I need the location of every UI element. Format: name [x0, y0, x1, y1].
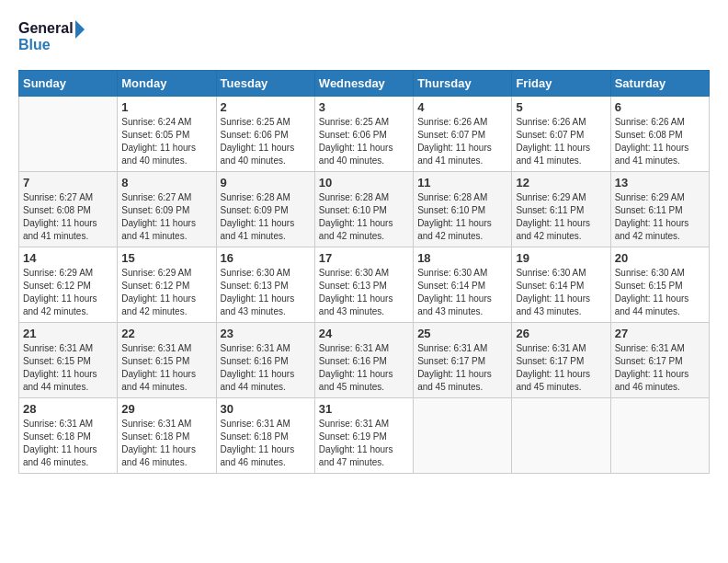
day-info: Sunrise: 6:31 AM Sunset: 6:17 PM Dayligh… — [516, 342, 606, 394]
day-info: Sunrise: 6:30 AM Sunset: 6:14 PM Dayligh… — [516, 267, 606, 318]
weekday-header: Tuesday — [216, 71, 314, 97]
calendar-week-row: 14Sunrise: 6:29 AM Sunset: 6:12 PM Dayli… — [19, 247, 710, 323]
weekday-header: Friday — [512, 71, 610, 97]
day-number: 28 — [23, 402, 113, 416]
weekday-header: Monday — [118, 71, 216, 97]
day-info: Sunrise: 6:26 AM Sunset: 6:07 PM Dayligh… — [417, 116, 507, 167]
calendar-cell: 14Sunrise: 6:29 AM Sunset: 6:12 PM Dayli… — [19, 247, 118, 323]
calendar-cell: 11Sunrise: 6:28 AM Sunset: 6:10 PM Dayli… — [414, 172, 512, 247]
weekday-header: Sunday — [19, 71, 118, 97]
day-number: 4 — [417, 100, 507, 114]
calendar-cell — [414, 398, 512, 474]
day-number: 12 — [516, 176, 606, 190]
calendar-cell: 23Sunrise: 6:31 AM Sunset: 6:16 PM Dayli… — [216, 323, 314, 398]
day-info: Sunrise: 6:30 AM Sunset: 6:13 PM Dayligh… — [221, 267, 311, 318]
calendar-cell: 18Sunrise: 6:30 AM Sunset: 6:14 PM Dayli… — [414, 247, 512, 323]
calendar-cell: 10Sunrise: 6:28 AM Sunset: 6:10 PM Dayli… — [314, 172, 413, 247]
day-info: Sunrise: 6:31 AM Sunset: 6:18 PM Dayligh… — [121, 418, 211, 469]
day-info: Sunrise: 6:26 AM Sunset: 6:07 PM Dayligh… — [516, 116, 606, 167]
calendar-cell: 24Sunrise: 6:31 AM Sunset: 6:16 PM Dayli… — [314, 323, 413, 398]
day-info: Sunrise: 6:31 AM Sunset: 6:16 PM Dayligh… — [221, 342, 311, 394]
calendar-cell: 3Sunrise: 6:25 AM Sunset: 6:06 PM Daylig… — [314, 97, 413, 172]
calendar-cell: 30Sunrise: 6:31 AM Sunset: 6:18 PM Dayli… — [216, 398, 314, 474]
day-number: 25 — [417, 327, 507, 340]
day-number: 3 — [319, 100, 409, 114]
day-number: 2 — [221, 100, 311, 114]
day-info: Sunrise: 6:24 AM Sunset: 6:05 PM Dayligh… — [121, 116, 211, 167]
calendar-cell: 2Sunrise: 6:25 AM Sunset: 6:06 PM Daylig… — [216, 97, 314, 172]
calendar-cell: 1Sunrise: 6:24 AM Sunset: 6:05 PM Daylig… — [118, 97, 216, 172]
page-header: GeneralBlue — [18, 18, 710, 55]
day-number: 24 — [319, 327, 409, 340]
day-info: Sunrise: 6:29 AM Sunset: 6:12 PM Dayligh… — [23, 267, 113, 318]
day-number: 5 — [516, 100, 606, 114]
day-info: Sunrise: 6:29 AM Sunset: 6:11 PM Dayligh… — [516, 191, 606, 243]
day-number: 21 — [23, 327, 113, 340]
svg-text:Blue: Blue — [18, 37, 51, 52]
calendar-cell: 27Sunrise: 6:31 AM Sunset: 6:17 PM Dayli… — [610, 323, 709, 398]
calendar-cell: 16Sunrise: 6:30 AM Sunset: 6:13 PM Dayli… — [216, 247, 314, 323]
day-info: Sunrise: 6:28 AM Sunset: 6:10 PM Dayligh… — [319, 191, 409, 243]
calendar-week-row: 1Sunrise: 6:24 AM Sunset: 6:05 PM Daylig… — [19, 97, 710, 172]
calendar-cell: 17Sunrise: 6:30 AM Sunset: 6:13 PM Dayli… — [314, 247, 413, 323]
calendar-cell: 7Sunrise: 6:27 AM Sunset: 6:08 PM Daylig… — [19, 172, 118, 247]
day-info: Sunrise: 6:29 AM Sunset: 6:11 PM Dayligh… — [615, 191, 705, 243]
day-number: 31 — [319, 402, 409, 416]
calendar-cell: 28Sunrise: 6:31 AM Sunset: 6:18 PM Dayli… — [19, 398, 118, 474]
day-info: Sunrise: 6:31 AM Sunset: 6:18 PM Dayligh… — [221, 418, 311, 469]
day-info: Sunrise: 6:28 AM Sunset: 6:09 PM Dayligh… — [221, 191, 311, 243]
day-info: Sunrise: 6:30 AM Sunset: 6:14 PM Dayligh… — [417, 267, 507, 318]
calendar-cell: 8Sunrise: 6:27 AM Sunset: 6:09 PM Daylig… — [118, 172, 216, 247]
day-number: 10 — [319, 176, 409, 190]
calendar-week-row: 7Sunrise: 6:27 AM Sunset: 6:08 PM Daylig… — [19, 172, 710, 247]
day-info: Sunrise: 6:30 AM Sunset: 6:15 PM Dayligh… — [615, 267, 705, 318]
day-info: Sunrise: 6:29 AM Sunset: 6:12 PM Dayligh… — [121, 267, 211, 318]
calendar-week-row: 21Sunrise: 6:31 AM Sunset: 6:15 PM Dayli… — [19, 323, 710, 398]
day-info: Sunrise: 6:30 AM Sunset: 6:13 PM Dayligh… — [319, 267, 409, 318]
day-number: 20 — [615, 251, 705, 265]
svg-text:General: General — [18, 20, 74, 36]
calendar-cell — [512, 398, 610, 474]
day-info: Sunrise: 6:31 AM Sunset: 6:19 PM Dayligh… — [319, 418, 409, 469]
weekday-header: Wednesday — [314, 71, 413, 97]
day-info: Sunrise: 6:25 AM Sunset: 6:06 PM Dayligh… — [221, 116, 311, 167]
day-number: 22 — [121, 327, 211, 340]
day-info: Sunrise: 6:27 AM Sunset: 6:09 PM Dayligh… — [121, 191, 211, 243]
calendar-cell: 5Sunrise: 6:26 AM Sunset: 6:07 PM Daylig… — [512, 97, 610, 172]
day-number: 17 — [319, 251, 409, 265]
day-info: Sunrise: 6:27 AM Sunset: 6:08 PM Dayligh… — [23, 191, 113, 243]
day-info: Sunrise: 6:31 AM Sunset: 6:15 PM Dayligh… — [121, 342, 211, 394]
svg-marker-2 — [75, 20, 85, 39]
day-number: 29 — [121, 402, 211, 416]
calendar-body: 1Sunrise: 6:24 AM Sunset: 6:05 PM Daylig… — [19, 97, 710, 474]
calendar-table: SundayMondayTuesdayWednesdayThursdayFrid… — [18, 70, 710, 474]
day-number: 30 — [221, 402, 311, 416]
weekday-header: Saturday — [610, 71, 709, 97]
day-number: 8 — [121, 176, 211, 190]
day-number: 18 — [417, 251, 507, 265]
calendar-cell: 21Sunrise: 6:31 AM Sunset: 6:15 PM Dayli… — [19, 323, 118, 398]
day-info: Sunrise: 6:25 AM Sunset: 6:06 PM Dayligh… — [319, 116, 409, 167]
calendar-cell — [19, 97, 118, 172]
calendar-cell: 4Sunrise: 6:26 AM Sunset: 6:07 PM Daylig… — [414, 97, 512, 172]
calendar-cell: 26Sunrise: 6:31 AM Sunset: 6:17 PM Dayli… — [512, 323, 610, 398]
day-number: 27 — [615, 327, 705, 340]
calendar-cell: 22Sunrise: 6:31 AM Sunset: 6:15 PM Dayli… — [118, 323, 216, 398]
day-number: 15 — [121, 251, 211, 265]
day-number: 9 — [221, 176, 311, 190]
day-number: 11 — [417, 176, 507, 190]
day-number: 7 — [23, 176, 113, 190]
calendar-cell: 15Sunrise: 6:29 AM Sunset: 6:12 PM Dayli… — [118, 247, 216, 323]
day-number: 6 — [615, 100, 705, 114]
logo: GeneralBlue — [18, 18, 92, 55]
day-info: Sunrise: 6:31 AM Sunset: 6:17 PM Dayligh… — [417, 342, 507, 394]
day-number: 23 — [221, 327, 311, 340]
calendar-cell — [610, 398, 709, 474]
calendar-cell: 25Sunrise: 6:31 AM Sunset: 6:17 PM Dayli… — [414, 323, 512, 398]
calendar-cell: 9Sunrise: 6:28 AM Sunset: 6:09 PM Daylig… — [216, 172, 314, 247]
calendar-cell: 6Sunrise: 6:26 AM Sunset: 6:08 PM Daylig… — [610, 97, 709, 172]
day-number: 13 — [615, 176, 705, 190]
day-number: 16 — [221, 251, 311, 265]
calendar-cell: 12Sunrise: 6:29 AM Sunset: 6:11 PM Dayli… — [512, 172, 610, 247]
day-info: Sunrise: 6:31 AM Sunset: 6:18 PM Dayligh… — [23, 418, 113, 469]
